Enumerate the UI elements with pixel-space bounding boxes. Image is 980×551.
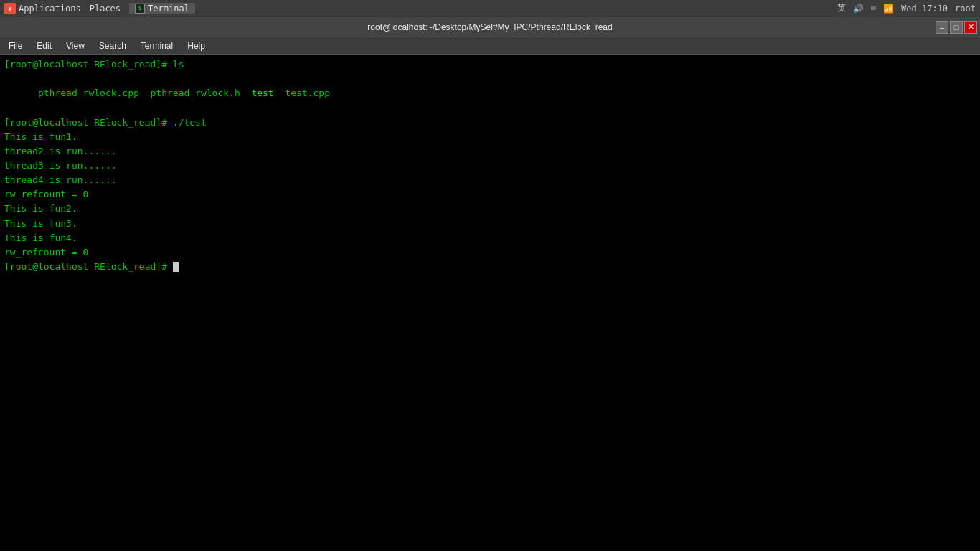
- terminal-line: rw_refcount = 0: [4, 245, 976, 260]
- terminal-line: This is fun1.: [4, 130, 976, 144]
- volume-icon: 🔊: [853, 4, 864, 14]
- terminal-line: This is fun3.: [4, 217, 976, 231]
- menu-edit[interactable]: Edit: [31, 39, 57, 52]
- terminal-line: thread3 is run......: [4, 159, 976, 173]
- system-bar-right: 英 🔊 ⌨ 📶 Wed 17:10 root: [837, 2, 976, 14]
- terminal-line: thread4 is run......: [4, 173, 976, 187]
- output-text-highlight: test: [251, 88, 273, 98]
- terminal-line: [root@localhost RElock_read]# ./test: [4, 116, 976, 130]
- menu-view[interactable]: View: [60, 39, 90, 52]
- datetime-display: Wed 17:10: [901, 4, 948, 14]
- terminal-label: Terminal: [148, 4, 189, 14]
- user-display: root: [955, 4, 976, 14]
- menu-help[interactable]: Help: [182, 39, 211, 52]
- window-title-bar: root@localhost:~/Desktop/MySelf/My_IPC/P…: [0, 17, 980, 37]
- terminal-cursor: [173, 262, 179, 272]
- output-text: pthread_rwlock.cpp pthread_rwlock.h: [38, 88, 251, 98]
- applications-icon: ❖: [4, 3, 16, 14]
- minimize-button[interactable]: –: [936, 21, 948, 34]
- window-controls: – □ ✕: [936, 21, 977, 34]
- system-bar-left: ❖ Applications Places $ Terminal: [4, 3, 829, 14]
- terminal-line: pthread_rwlock.cpp pthread_rwlock.h test…: [4, 72, 976, 115]
- terminal-line: This is fun4.: [4, 231, 976, 245]
- lang-indicator[interactable]: 英: [837, 2, 846, 14]
- keyboard-icon: ⌨: [871, 4, 876, 14]
- terminal-line: rw_refcount = 0: [4, 187, 976, 202]
- network-icon: 📶: [883, 4, 894, 14]
- terminal-line: [root@localhost RElock_read]# ls: [4, 57, 976, 72]
- places-menu[interactable]: Places: [90, 4, 121, 14]
- terminal-menu[interactable]: $ Terminal: [129, 3, 195, 14]
- menu-terminal[interactable]: Terminal: [135, 39, 179, 52]
- terminal-content[interactable]: [root@localhost RElock_read]# ls pthread…: [0, 55, 980, 551]
- terminal-line: This is fun2.: [4, 202, 976, 216]
- applications-menu[interactable]: ❖ Applications: [4, 3, 81, 14]
- restore-button[interactable]: □: [950, 21, 963, 34]
- menu-bar: File Edit View Search Terminal Help: [0, 37, 980, 55]
- close-button[interactable]: ✕: [964, 21, 977, 34]
- system-bar: ❖ Applications Places $ Terminal 英 🔊 ⌨ 📶…: [0, 0, 980, 17]
- terminal-icon: $: [135, 4, 145, 14]
- terminal-prompt-cursor[interactable]: [root@localhost RElock_read]#: [4, 260, 976, 274]
- terminal-window[interactable]: [root@localhost RElock_read]# ls pthread…: [0, 55, 980, 551]
- output-text: test.cpp: [274, 88, 330, 98]
- menu-file[interactable]: File: [3, 39, 28, 52]
- menu-search[interactable]: Search: [93, 39, 132, 52]
- terminal-line: thread2 is run......: [4, 144, 976, 159]
- places-label: Places: [90, 4, 121, 14]
- applications-label: Applications: [19, 4, 81, 14]
- window-title: root@localhost:~/Desktop/MySelf/My_IPC/P…: [367, 22, 612, 32]
